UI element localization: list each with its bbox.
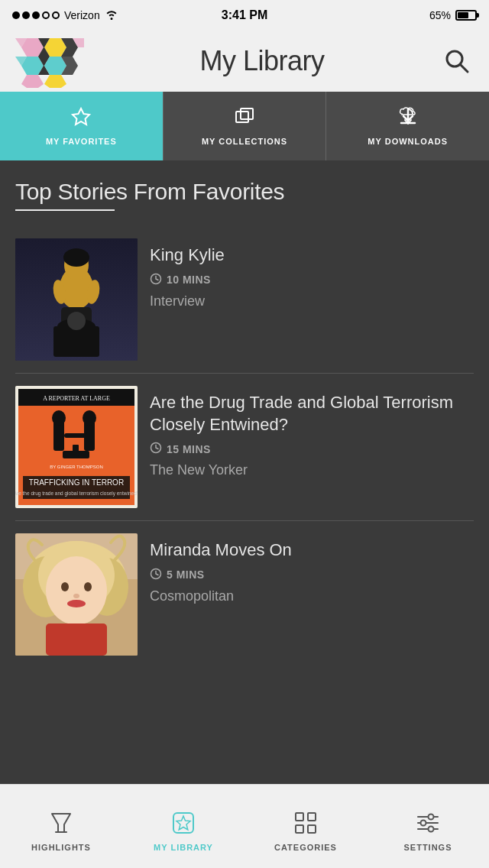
svg-text:TRAFFICKING IN TERROR: TRAFFICKING IN TERROR	[29, 478, 124, 487]
story-info-miranda: Miranda Moves On 5 MINS Cosmopolitan	[150, 533, 474, 656]
highlights-icon	[47, 808, 75, 838]
carrier-label: Verizon	[64, 9, 100, 21]
svg-text:A REPORTER AT LARGE: A REPORTER AT LARGE	[43, 395, 110, 402]
battery-icon	[455, 10, 477, 21]
story-item-drug-trade[interactable]: A REPORTER AT LARGE TRAFFICKING IN TERRO…	[15, 374, 474, 521]
story-source-miranda: Cosmopolitan	[150, 588, 474, 604]
story-title-drug-trade: Are the Drug Trade and Global Terrorism …	[150, 392, 474, 436]
svg-text:BY GINGER THOMPSON: BY GINGER THOMPSON	[50, 465, 102, 469]
tab-favorites-label: MY FAVORITES	[46, 137, 117, 146]
search-button[interactable]	[440, 44, 474, 78]
svg-marker-60	[52, 814, 70, 832]
story-title-miranda: Miranda Moves On	[150, 539, 474, 562]
svg-point-36	[52, 410, 66, 426]
svg-text:Are the drug trade and global : Are the drug trade and global terrorism …	[15, 491, 138, 497]
wifi-icon	[105, 9, 118, 22]
svg-point-71	[421, 820, 426, 825]
tab-my-downloads[interactable]: MY DOWNLOADS	[326, 92, 489, 160]
svg-rect-58	[46, 623, 107, 656]
svg-rect-39	[64, 433, 87, 438]
app-logo	[15, 34, 84, 88]
story-thumb-cosmo	[15, 533, 138, 656]
svg-rect-28	[53, 326, 99, 357]
tab-my-collections[interactable]: MY COLLECTIONS	[164, 92, 326, 160]
tab-collections-label: MY COLLECTIONS	[202, 137, 287, 146]
status-right: 65%	[429, 9, 477, 21]
svg-point-53	[46, 556, 107, 625]
status-bar: Verizon 3:41 PM 65%	[0, 0, 489, 31]
story-info-kylie: King Kylie 10 MINS Interview	[150, 238, 474, 361]
svg-rect-66	[296, 825, 303, 833]
svg-marker-16	[73, 108, 89, 125]
battery-percent: 65%	[429, 9, 451, 21]
svg-line-15	[460, 64, 468, 72]
section-underline	[15, 209, 115, 211]
svg-rect-65	[308, 813, 316, 821]
downloads-icon	[397, 106, 419, 132]
story-meta-kylie: 10 MINS	[150, 273, 474, 287]
story-meta-drug-trade: 15 MINS	[150, 442, 474, 456]
svg-point-38	[83, 410, 96, 426]
svg-point-54	[61, 582, 69, 591]
clock-icon-miranda	[150, 568, 162, 582]
svg-rect-67	[308, 825, 316, 833]
signal-dot-2	[22, 11, 30, 19]
favorites-icon	[70, 106, 92, 132]
story-meta-miranda: 5 MINS	[150, 568, 474, 582]
nav-categories[interactable]: CATEGORIES	[244, 785, 367, 868]
battery-fill	[458, 12, 468, 18]
svg-marker-63	[176, 816, 190, 830]
content-area: Top Stories From Favorites	[0, 160, 489, 668]
story-thumb-newyorker: A REPORTER AT LARGE TRAFFICKING IN TERRO…	[15, 386, 138, 508]
signal-dots	[12, 11, 60, 19]
tab-bar-top: MY FAVORITES MY COLLECTIONS MY DOWNLOADS	[0, 92, 489, 160]
story-info-drug-trade: Are the Drug Trade and Global Terrorism …	[150, 386, 474, 508]
story-time-drug-trade: 15 MINS	[167, 443, 211, 455]
story-source-drug-trade: The New Yorker	[150, 462, 474, 478]
page-title: My Library	[199, 45, 324, 77]
story-title-kylie: King Kylie	[150, 245, 474, 267]
story-time-kylie: 10 MINS	[167, 274, 211, 286]
my-library-icon	[170, 808, 197, 838]
categories-icon	[292, 808, 319, 838]
story-thumb-kylie	[15, 238, 138, 361]
tab-downloads-label: MY DOWNLOADS	[368, 137, 448, 146]
story-item-king-kylie[interactable]: King Kylie 10 MINS Interview	[15, 226, 474, 374]
nav-settings-label: SETTINGS	[403, 843, 452, 852]
nav-categories-label: CATEGORIES	[274, 843, 337, 852]
signal-dot-4	[42, 11, 50, 19]
svg-rect-64	[296, 813, 303, 821]
svg-point-73	[429, 826, 434, 831]
nav-library-label: MY LIBRARY	[154, 843, 213, 852]
svg-point-57	[67, 600, 86, 607]
status-time: 3:41 PM	[222, 8, 267, 22]
app-header: My Library	[0, 31, 489, 92]
story-source-kylie: Interview	[150, 293, 474, 309]
svg-rect-18	[241, 108, 253, 119]
settings-icon	[414, 808, 442, 838]
status-left: Verizon	[12, 9, 118, 22]
collections-icon	[234, 106, 255, 132]
story-item-miranda[interactable]: Miranda Moves On 5 MINS Cosmopolitan	[15, 521, 474, 668]
section-title: Top Stories From Favorites	[15, 179, 474, 205]
svg-point-56	[73, 594, 79, 598]
svg-point-29	[67, 312, 86, 330]
nav-my-library[interactable]: MY LIBRARY	[122, 785, 244, 868]
bottom-nav: HIGHLIGHTS MY LIBRARY CATEGORIES	[0, 784, 489, 868]
nav-highlights-label: HIGHLIGHTS	[31, 843, 91, 852]
svg-point-55	[84, 582, 92, 591]
svg-rect-17	[236, 112, 248, 122]
svg-rect-45	[73, 445, 79, 456]
clock-icon-drug-trade	[150, 442, 162, 456]
signal-dot-1	[12, 11, 20, 19]
svg-point-69	[429, 814, 434, 819]
tab-my-favorites[interactable]: MY FAVORITES	[0, 92, 163, 160]
nav-settings[interactable]: SETTINGS	[367, 785, 489, 868]
svg-point-25	[63, 248, 89, 267]
story-time-miranda: 5 MINS	[167, 568, 205, 581]
signal-dot-5	[52, 11, 60, 19]
battery-bar	[455, 10, 477, 21]
signal-dot-3	[32, 11, 40, 19]
clock-icon-kylie	[150, 273, 162, 287]
nav-highlights[interactable]: HIGHLIGHTS	[0, 785, 122, 868]
